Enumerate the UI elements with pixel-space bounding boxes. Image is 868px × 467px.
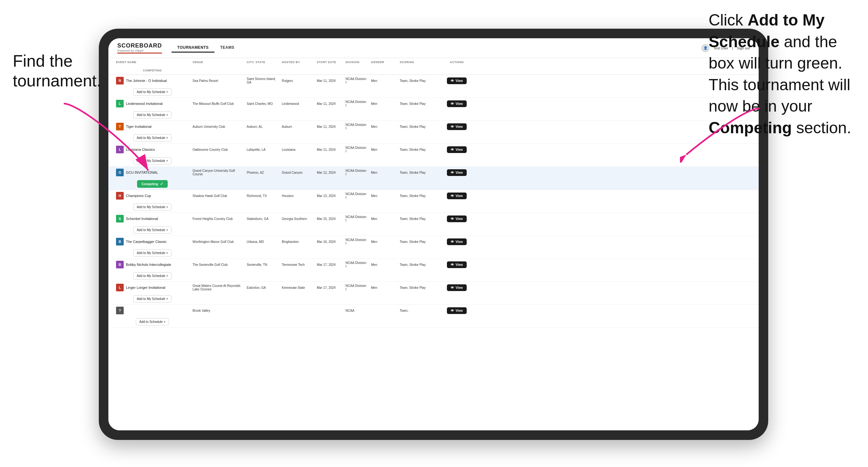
col-hosted: HOSTED BY <box>280 58 315 66</box>
view-button[interactable]: 👁 View <box>447 284 467 291</box>
td-hosted: Auburn <box>280 123 315 130</box>
td-actions: 👁 View <box>430 98 484 109</box>
td-event: HChampions Cup <box>114 190 191 201</box>
competing-button[interactable]: Competing ✓ <box>137 180 168 188</box>
td-scoring: Team, Stroke Play <box>398 77 430 85</box>
td-venue: Sea Palms Resort <box>191 77 245 85</box>
td-division: NCAA Division I <box>344 213 369 224</box>
view-button[interactable]: 👁 View <box>447 77 467 84</box>
td-competing: Add to My Schedule + <box>114 270 191 281</box>
td-gender <box>369 309 398 312</box>
td-city: Eatonton, GA <box>245 284 280 291</box>
td-division: NCAA Division I <box>344 167 369 178</box>
tablet-screen: SCOREBOARD Powered by clippd TOURNAMENTS… <box>108 38 759 430</box>
view-button[interactable]: 👁 View <box>447 192 467 199</box>
logo-text: SCOREBOARD <box>117 42 162 49</box>
td-actions: 👁 View <box>430 121 484 132</box>
team-logo: S <box>116 215 124 222</box>
td-scoring: Team, Stroke Play <box>398 192 430 199</box>
td-date: Mar 11, 2024 <box>315 146 344 153</box>
add-to-schedule-button[interactable]: Add to My Schedule + <box>133 249 172 257</box>
td-hosted: Kennesaw State <box>280 284 315 291</box>
td-city: Phoenix, AZ <box>245 169 280 176</box>
table-row: RThe Johnnie - O IndividualSea Palms Res… <box>108 75 759 98</box>
td-city: Urbana, MD <box>245 238 280 245</box>
table-row: LLouisiana ClassicsOakbourne Country Clu… <box>108 144 759 167</box>
col-city: CITY, STATE <box>245 58 280 66</box>
td-scoring: Team, Stroke Play <box>398 238 430 245</box>
add-to-schedule-button[interactable]: Add to My Schedule + <box>133 204 172 211</box>
td-scoring: Team, Stroke Play <box>398 284 430 291</box>
add-to-schedule-button[interactable]: Add to My Schedule + <box>133 226 172 234</box>
add-to-schedule-button[interactable]: Add to Schedule + <box>136 318 169 325</box>
td-city: Richmond, TX <box>245 192 280 199</box>
table-row: HChampions CupShadow Hawk Golf ClubRichm… <box>108 190 759 213</box>
col-date: START DATE <box>315 58 344 66</box>
td-date: Mar 17, 2024 <box>315 261 344 269</box>
annotation-left-line1: Find the <box>13 52 73 70</box>
event-name: Linger Longer Invitational <box>126 286 165 289</box>
tablet-frame: SCOREBOARD Powered by clippd TOURNAMENTS… <box>99 29 768 440</box>
eye-icon: 👁 <box>451 194 454 198</box>
view-button[interactable]: 👁 View <box>447 239 467 245</box>
team-logo: H <box>116 192 124 199</box>
view-button[interactable]: 👁 View <box>447 216 467 222</box>
td-competing: Add to My Schedule + <box>114 224 191 236</box>
navbar: SCOREBOARD Powered by clippd TOURNAMENTS… <box>108 38 759 58</box>
col-division: DIVISION <box>344 58 369 66</box>
add-to-schedule-button[interactable]: Add to My Schedule + <box>133 272 172 280</box>
view-button[interactable]: 👁 View <box>447 169 467 176</box>
table-row: ?Brook ValleyNCAATeam,👁 ViewAdd to Sched… <box>108 305 759 328</box>
logo-bar <box>117 53 162 54</box>
td-date <box>315 309 344 312</box>
td-scoring: Team, Stroke Play <box>398 100 430 107</box>
td-actions: 👁 View <box>430 191 484 201</box>
add-to-schedule-button[interactable]: Add to My Schedule + <box>133 295 172 303</box>
view-button[interactable]: 👁 View <box>447 123 467 130</box>
td-venue: The Missouri Bluffs Golf Club <box>191 100 245 107</box>
td-venue: The Sevierville Golf Club <box>191 261 245 269</box>
logo-sub: Powered by clippd <box>117 49 162 52</box>
td-event: SSchenkel Invitational <box>114 213 191 224</box>
table-row: BThe Carpetbagger ClassicWorthington Man… <box>108 236 759 259</box>
team-logo: ? <box>116 307 124 314</box>
table-header: EVENT NAME VENUE CITY, STATE HOSTED BY S… <box>108 58 759 75</box>
tab-tournaments[interactable]: TOURNAMENTS <box>172 43 215 53</box>
td-hosted: Georgia Southern <box>280 215 315 222</box>
td-actions: 👁 View <box>430 237 484 247</box>
td-hosted: Lindenwood <box>280 100 315 107</box>
td-gender: Men <box>369 215 398 222</box>
view-button[interactable]: 👁 View <box>447 307 467 314</box>
tab-teams[interactable]: TEAMS <box>215 43 240 53</box>
td-city: Saint Simons Island, GA <box>245 75 280 86</box>
td-hosted <box>280 309 315 312</box>
arrow-right <box>680 99 769 162</box>
td-city <box>245 309 280 312</box>
view-button[interactable]: 👁 View <box>447 100 467 107</box>
table-body: RThe Johnnie - O IndividualSea Palms Res… <box>108 75 759 328</box>
table-row: LLindenwood InvitationalThe Missouri Blu… <box>108 98 759 121</box>
eye-icon: 👁 <box>451 125 454 128</box>
td-date: Mar 17, 2024 <box>315 284 344 291</box>
event-name: Champions Cup <box>126 194 151 198</box>
team-logo: R <box>116 77 124 85</box>
td-venue: Brook Valley <box>191 307 245 314</box>
td-division: NCAA Division I <box>344 75 369 86</box>
td-division: NCAA Division I <box>344 190 369 201</box>
td-division: NCAA Division I <box>344 236 369 247</box>
td-venue: Oakbourne Country Club <box>191 146 245 153</box>
eye-icon: 👁 <box>451 79 454 83</box>
td-event: LLinger Longer Invitational <box>114 282 191 293</box>
td-venue: Forest Heights Country Club <box>191 215 245 222</box>
td-actions: 👁 View <box>430 167 484 178</box>
annotation-left: Find the tournament. <box>13 51 101 91</box>
arrow-left <box>54 94 156 177</box>
view-button[interactable]: 👁 View <box>447 146 467 153</box>
td-hosted: Tennessee Tech <box>280 261 315 269</box>
td-date: Mar 11, 2024 <box>315 100 344 107</box>
view-button[interactable]: 👁 View <box>447 261 467 268</box>
td-competing: Add to My Schedule + <box>114 201 191 213</box>
event-name: The Johnnie - O Individual <box>126 79 167 83</box>
eye-icon: 👁 <box>451 309 454 312</box>
td-scoring: Team, Stroke Play <box>398 169 430 176</box>
